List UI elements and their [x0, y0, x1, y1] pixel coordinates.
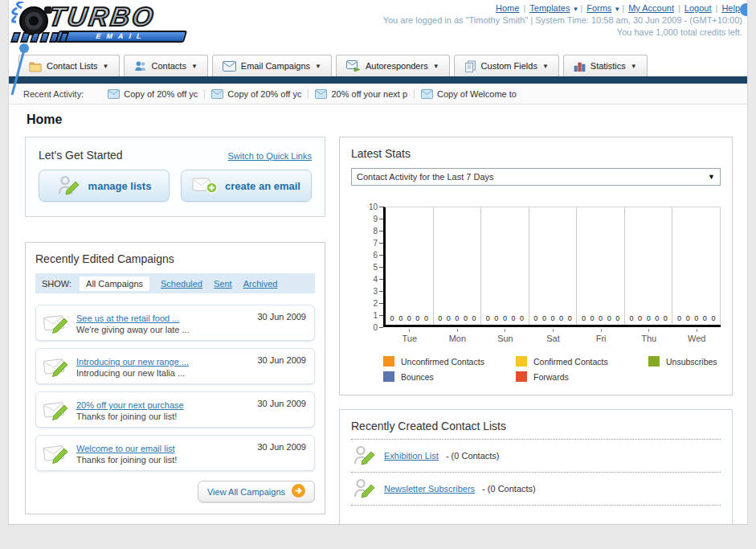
logo-subtitle: EMAIL — [55, 31, 187, 43]
contact-list-link[interactable]: Exhibition List — [384, 451, 439, 461]
legend-item: Bounces — [383, 371, 516, 382]
y-tick-label: 2 — [373, 299, 383, 307]
campaign-title-link[interactable]: Welcome to our email list — [76, 444, 175, 453]
tab-label: Custom Fields — [481, 61, 537, 71]
manage-lists-button[interactable]: manage lists — [39, 170, 170, 202]
chevron-down-icon: ▼ — [542, 63, 549, 70]
y-tick-label: 10 — [369, 203, 383, 211]
campaign-title-link[interactable]: See us at the retail food ... — [76, 313, 179, 323]
campaign-subtitle: We're giving away our late ... — [76, 325, 251, 334]
top-link-help[interactable]: Help — [721, 3, 740, 13]
tab-custom-fields[interactable]: Custom Fields▼ — [454, 55, 559, 76]
tab-contacts[interactable]: Contacts▼ — [124, 55, 208, 76]
email-plus-icon — [192, 176, 218, 195]
top-link-logout[interactable]: Logout — [684, 3, 712, 13]
top-link-forms[interactable]: Forms — [586, 3, 611, 13]
arrow-circle-icon — [292, 484, 305, 499]
get-started-button-label: manage lists — [88, 180, 152, 192]
x-tick-label: Wed — [672, 329, 721, 343]
filter-all-campaigns[interactable]: All Campaigns — [80, 277, 149, 291]
top-link-my-account[interactable]: My Account — [628, 3, 674, 13]
link-separator: | — [678, 3, 680, 13]
recent-activity-item-label: 20% off your next p — [331, 89, 407, 99]
y-tick-label: 1 — [373, 311, 383, 319]
logo-stripes — [12, 32, 67, 43]
main-content: Home Let's Get Started Switch to Quick L… — [9, 104, 747, 525]
view-all-campaigns-label: View All Campaigns — [207, 487, 285, 497]
recent-activity-item[interactable]: 20% off your next p — [309, 89, 415, 99]
tab-autoresponders[interactable]: Autoresponders▼ — [336, 55, 450, 76]
contact-list-count: - (0 Contacts) — [482, 484, 536, 494]
filter-sent[interactable]: Sent — [214, 279, 232, 289]
latest-stats-panel: Latest Stats Contact Activity for the La… — [339, 137, 733, 395]
contact-list-row[interactable]: Exhibition List- (0 Contacts) — [351, 440, 721, 473]
top-link-home[interactable]: Home — [496, 3, 519, 13]
show-label: SHOW: — [42, 279, 72, 289]
list-pencil-icon — [353, 445, 377, 467]
x-tick-label: Thu — [625, 329, 673, 343]
x-tick-label: Sat — [529, 329, 578, 343]
campaign-texts: 20% off your next purchaseThanks for joi… — [76, 397, 251, 421]
campaign-filters: All CampaignsScheduledSentArchived — [80, 277, 277, 291]
campaign-title-link[interactable]: Introducing our new range ... — [76, 357, 189, 367]
campaign-texts: Introducing our new range ...Introducing… — [76, 354, 251, 378]
chevron-down-icon: ▼ — [315, 63, 321, 70]
recent-activity-item[interactable]: Copy of Welcome to — [415, 89, 523, 99]
tab-label: Email Campaigns — [241, 61, 310, 71]
y-tick-label: 5 — [373, 263, 383, 271]
legend-label: Confirmed Contacts — [533, 357, 608, 367]
app-logo[interactable]: TURBO EMAIL — [10, 2, 211, 48]
recent-activity-bar: Recent Activity: Copy of 20% off ycCopy … — [9, 84, 747, 104]
chart-zero-labels: 00000 — [577, 314, 624, 322]
recent-activity-item[interactable]: Copy of 20% off yc — [205, 89, 309, 99]
tab-statistics[interactable]: Statistics▼ — [563, 55, 648, 76]
tab-contact-lists[interactable]: Contact Lists▼ — [18, 55, 120, 76]
legend-swatch — [516, 356, 527, 367]
envelope-icon — [223, 61, 236, 72]
campaign-row[interactable]: 20% off your next purchaseThanks for joi… — [35, 391, 315, 428]
link-separator: | — [622, 3, 624, 13]
legend-item: Unsubscribes — [648, 356, 721, 367]
tab-label: Statistics — [590, 61, 626, 71]
small-envelope-icon — [421, 89, 433, 99]
view-all-campaigns-button[interactable]: View All Campaigns — [198, 481, 315, 502]
filter-archived[interactable]: Archived — [243, 279, 278, 289]
campaign-filter-bar: SHOW: All CampaignsScheduledSentArchived — [35, 273, 315, 293]
logo-title: TURBO — [47, 2, 157, 32]
chart-day-group: 00000 — [672, 207, 721, 325]
legend-swatch — [383, 356, 394, 367]
stats-range-dropdown[interactable]: Contact Activity for the Last 7 Days ▼ — [351, 168, 721, 186]
campaign-date: 30 Jun 2009 — [257, 442, 306, 452]
campaign-row[interactable]: Welcome to our email listThanks for join… — [35, 435, 315, 471]
tab-label: Contact Lists — [47, 61, 98, 71]
get-started-panel: Let's Get Started Switch to Quick Links … — [25, 137, 325, 217]
campaign-texts: See us at the retail food ...We're givin… — [76, 310, 251, 334]
campaign-list: See us at the retail food ...We're givin… — [35, 305, 315, 471]
chart-day-group: 00000 — [481, 207, 529, 325]
contact-lists: Exhibition List- (0 Contacts)Newsletter … — [351, 440, 721, 506]
header-right: Home|Templates▼|Forms▼|My Account|Logout… — [383, 3, 742, 37]
legend-item: Confirmed Contacts — [516, 356, 648, 367]
recent-activity-item[interactable]: Copy of 20% off yc — [101, 89, 205, 99]
chevron-down-icon: ▼ — [191, 63, 198, 70]
switch-quick-links-link[interactable]: Switch to Quick Links — [227, 151, 312, 161]
campaign-title-link[interactable]: 20% off your next purchase — [76, 400, 184, 410]
tab-email-campaigns[interactable]: Email Campaigns▼ — [212, 55, 332, 76]
campaign-edit-icon — [43, 354, 70, 378]
chart-zero-labels: 00000 — [672, 314, 720, 322]
campaign-edit-icon — [43, 397, 70, 421]
y-tick-label: 9 — [373, 215, 383, 223]
top-link-templates[interactable]: Templates — [529, 3, 570, 13]
campaign-row[interactable]: See us at the retail food ...We're givin… — [35, 305, 315, 341]
legend-swatch — [648, 356, 660, 367]
create-an-email-button[interactable]: create an email — [181, 170, 312, 202]
y-tick-label: 3 — [373, 287, 383, 295]
contact-activity-chart: 012345678910 000000000000000000000000000… — [362, 207, 721, 343]
contact-list-row[interactable]: Newsletter Subscribers- (0 Contacts) — [351, 473, 721, 506]
campaign-row[interactable]: Introducing our new range ...Introducing… — [35, 348, 315, 384]
y-tick-label: 0 — [373, 323, 383, 331]
contact-list-link[interactable]: Newsletter Subscribers — [384, 484, 475, 494]
top-links: Home|Templates▼|Forms▼|My Account|Logout… — [383, 3, 742, 13]
filter-scheduled[interactable]: Scheduled — [161, 279, 202, 289]
chart-zero-labels: 00000 — [386, 314, 433, 322]
